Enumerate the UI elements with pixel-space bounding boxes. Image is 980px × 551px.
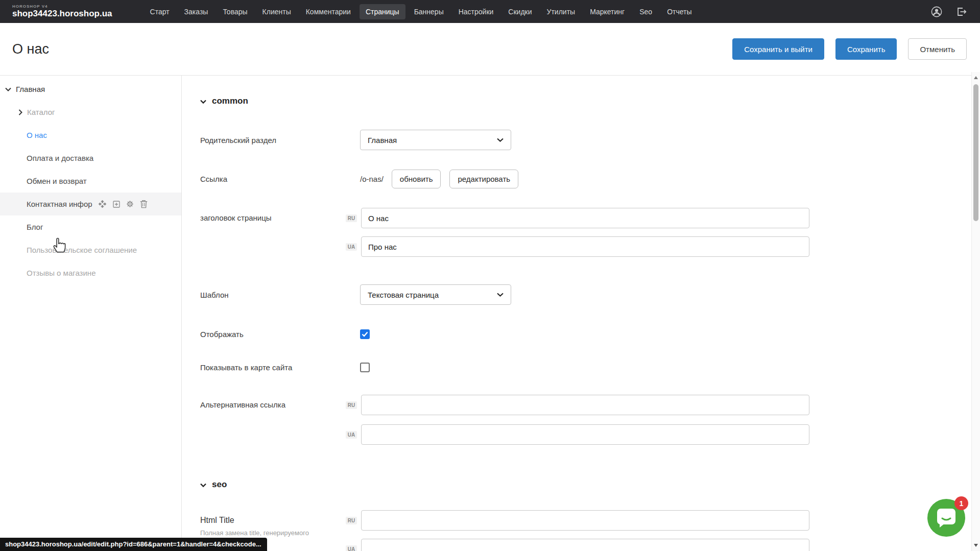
page-edit-form: common Родительский раздел Главная Ссылк… [182, 76, 980, 551]
main-menu: Старт Заказы Товары Клиенты Комментарии … [144, 4, 698, 19]
chevron-down-icon [497, 138, 504, 142]
pages-tree-sidebar: Главная Каталог О нас Оплата и доставка … [0, 76, 182, 551]
page-header: О нас Сохранить и выйти Сохранить Отмени… [0, 23, 980, 76]
cancel-button[interactable]: Отменить [908, 38, 967, 60]
alt-link-ru-input[interactable] [361, 395, 809, 415]
chevron-down-icon [497, 293, 504, 297]
tree-item-o-nas[interactable]: О нас [0, 124, 181, 147]
lang-tag-ru: RU [346, 517, 357, 524]
section-common-toggle[interactable]: common [200, 96, 980, 106]
nav-item-orders[interactable]: Заказы [178, 4, 214, 19]
page-heading-ua-input[interactable] [361, 236, 809, 257]
template-label: Шаблон [200, 291, 360, 299]
tree-item-obmen-i-vozvrat[interactable]: Обмен и возврат [0, 170, 181, 193]
html-title-label: Html Title [200, 516, 360, 525]
nav-item-marketing[interactable]: Маркетинг [584, 4, 631, 19]
link-label: Ссылка [200, 175, 360, 183]
nav-item-settings[interactable]: Настройки [452, 4, 500, 19]
chat-notification-badge: 1 [954, 496, 968, 510]
alt-link-label: Альтернативная ссылка [200, 400, 360, 409]
brand-domain: shop34423.horoshop.ua [12, 9, 112, 18]
nav-item-reports[interactable]: Отчеты [661, 4, 698, 19]
nav-item-utilities[interactable]: Утилиты [541, 4, 582, 19]
account-icon[interactable] [931, 6, 942, 17]
tree-item-blog[interactable]: Блог [0, 215, 181, 238]
tree-item-kontaktnaya-informatsiya[interactable]: Контактная инфор [0, 193, 181, 215]
save-button[interactable]: Сохранить [835, 38, 897, 60]
page-title: О нас [12, 41, 49, 57]
page-heading-ru-input[interactable] [361, 208, 809, 228]
html-title-caption: Полная замена title, генерируемого [200, 529, 360, 537]
nav-item-banners[interactable]: Баннеры [408, 4, 450, 19]
parent-section-label: Родительский раздел [200, 136, 360, 145]
status-url-tooltip: shop34423.horoshop.ua/edit/edit.php?id=6… [0, 538, 267, 551]
tree-item-katalog[interactable]: Каталог [0, 101, 181, 124]
lang-tag-ua: UA [346, 431, 357, 439]
html-title-ru-input[interactable] [361, 510, 809, 531]
top-navbar: HOROSHOP V4 shop34423.horoshop.ua Старт … [0, 0, 980, 23]
brand-logo[interactable]: HOROSHOP V4 shop34423.horoshop.ua [12, 5, 112, 18]
sitemap-checkbox[interactable] [360, 363, 370, 372]
lang-tag-ru: RU [346, 214, 357, 222]
lang-tag-ua: UA [346, 243, 357, 251]
move-icon[interactable] [98, 200, 107, 209]
nav-item-clients[interactable]: Клиенты [256, 4, 297, 19]
link-refresh-button[interactable]: обновить [392, 170, 441, 188]
chevron-down-icon [200, 96, 206, 106]
delete-trash-icon[interactable] [139, 200, 149, 209]
chevron-down-icon [5, 87, 11, 91]
chevron-down-icon [200, 480, 206, 490]
nav-item-seo[interactable]: Seo [633, 4, 658, 19]
nav-item-products[interactable]: Товары [217, 4, 253, 19]
chat-widget-button[interactable]: 1 [927, 499, 965, 537]
alt-link-ua-input[interactable] [361, 424, 809, 445]
section-seo-toggle[interactable]: seo [200, 480, 980, 490]
save-and-exit-button[interactable]: Сохранить и выйти [732, 38, 824, 60]
tree-item-polzovatelskoe-soglashenie[interactable]: Пользовательское соглашение [0, 238, 181, 261]
display-label: Отображать [200, 330, 360, 339]
template-select[interactable]: Текстовая страница [360, 284, 511, 305]
add-page-icon[interactable] [112, 200, 121, 209]
sitemap-label: Показывать в карте сайта [200, 363, 360, 372]
display-checkbox[interactable] [360, 329, 370, 339]
lang-tag-ru: RU [346, 401, 357, 409]
vertical-scrollbar [971, 72, 980, 551]
nav-item-pages[interactable]: Страницы [360, 4, 405, 19]
tree-item-otzyvy-o-magazine[interactable]: Отзывы о магазине [0, 261, 181, 284]
tree-item-oplata-i-dostavka[interactable]: Оплата и доставка [0, 147, 181, 170]
chevron-right-icon [18, 109, 22, 115]
link-edit-button[interactable]: редактировать [449, 170, 518, 188]
tree-item-glavnaya[interactable]: Главная [0, 78, 181, 101]
html-title-ua-input[interactable] [361, 539, 809, 551]
scroll-up-arrow[interactable] [974, 76, 978, 79]
nav-item-start[interactable]: Старт [144, 4, 176, 19]
lang-tag-ua: UA [346, 545, 357, 551]
link-path-value: /o-nas/ [360, 175, 384, 183]
nav-item-discounts[interactable]: Скидки [502, 4, 538, 19]
scrollbar-thumb[interactable] [973, 84, 978, 221]
settings-gear-icon[interactable] [126, 200, 135, 209]
scroll-down-arrow[interactable] [974, 544, 978, 547]
nav-item-comments[interactable]: Комментарии [300, 4, 357, 19]
logout-icon[interactable] [955, 6, 967, 17]
page-heading-label: заголовок страницы [200, 213, 360, 222]
parent-section-select[interactable]: Главная [360, 130, 511, 150]
